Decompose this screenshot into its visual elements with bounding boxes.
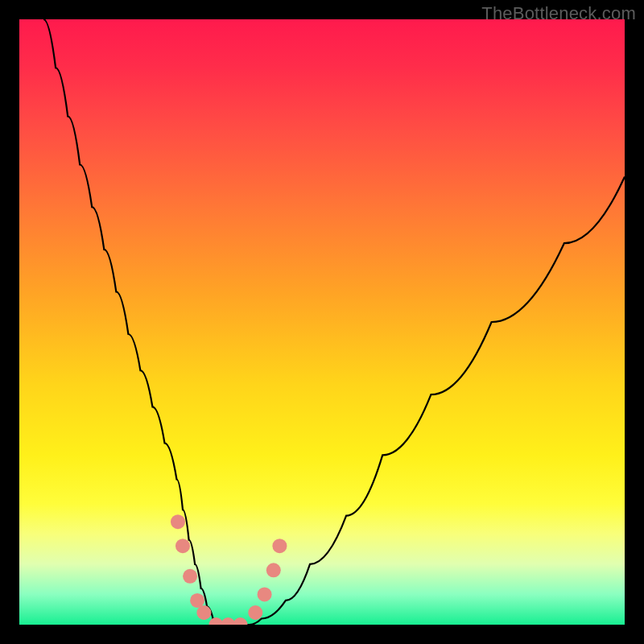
marker-right-cluster-4: [272, 539, 287, 553]
marker-left-cluster-5: [196, 605, 211, 620]
bottleneck-curve: [43, 19, 625, 625]
marker-left-cluster-1: [171, 514, 185, 529]
marker-right-cluster-2: [258, 587, 272, 601]
marker-right-cluster-3: [266, 563, 281, 577]
plot-area: [19, 19, 625, 625]
watermark-text: TheBottleneck.com: [481, 3, 636, 24]
marker-left-cluster-4: [190, 593, 204, 608]
marker-left-cluster-2: [175, 539, 190, 553]
chart-svg: [19, 19, 625, 625]
marker-valley-3: [233, 617, 248, 625]
marker-left-cluster-3: [183, 569, 197, 584]
marker-right-cluster-1: [248, 605, 262, 620]
chart-frame: TheBottleneck.com: [0, 0, 644, 644]
